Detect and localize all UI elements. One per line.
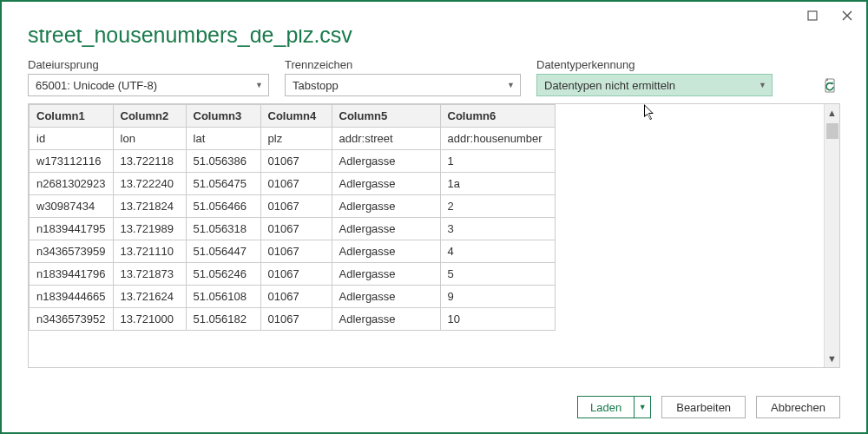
- maximize-button[interactable]: [800, 5, 825, 26]
- datatype-value: Datentypen nicht ermitteln: [544, 79, 675, 92]
- table-cell: n1839441796: [30, 263, 114, 286]
- table-cell: w173112116: [30, 150, 114, 173]
- table-cell: Adlergasse: [332, 308, 440, 331]
- table-cell: 13.721989: [113, 218, 186, 240]
- table-cell: 1: [440, 150, 555, 173]
- refresh-button[interactable]: [821, 76, 840, 96]
- table-cell: 3: [440, 218, 555, 240]
- table-row[interactable]: n183944466513.72162451.05610801067Adlerg…: [30, 286, 556, 308]
- table-cell: Adlergasse: [332, 218, 440, 240]
- table-cell: 01067: [260, 218, 332, 240]
- titlebar: [2, 2, 866, 30]
- table-row[interactable]: w3098743413.72182451.05646601067Adlergas…: [30, 195, 556, 218]
- column-header[interactable]: Column4: [260, 105, 332, 128]
- load-split-button: Laden ▼: [577, 396, 651, 418]
- edit-button[interactable]: Bearbeiten: [661, 396, 746, 418]
- table-cell: Adlergasse: [332, 263, 440, 286]
- table-cell: 01067: [260, 308, 332, 331]
- scroll-down-button[interactable]: ▼: [825, 350, 839, 367]
- table-cell: 01067: [260, 263, 332, 286]
- table-row[interactable]: n268130292313.72224051.05647501067Adlerg…: [30, 173, 556, 195]
- table-cell: 10: [440, 308, 555, 331]
- datatype-label: Datentyperkennung: [536, 58, 773, 71]
- table-cell: 01067: [260, 173, 332, 195]
- table-cell: id: [30, 128, 114, 150]
- table-cell: n3436573959: [30, 240, 114, 263]
- control-datatype: Datentyperkennung Datentypen nicht ermit…: [536, 58, 773, 96]
- table-row[interactable]: w17311211613.72211851.05638601067Adlerga…: [30, 150, 556, 173]
- chevron-down-icon: ▼: [255, 81, 263, 89]
- table-cell: 51.056246: [186, 263, 260, 286]
- table-cell: n1839444665: [30, 286, 114, 308]
- table-cell: lon: [113, 128, 186, 150]
- column-header[interactable]: Column2: [113, 105, 186, 128]
- table-cell: lat: [186, 128, 260, 150]
- table-cell: 13.721110: [113, 240, 186, 263]
- delimiter-dropdown[interactable]: Tabstopp ▼: [285, 74, 521, 96]
- table-cell: 13.721624: [113, 286, 186, 308]
- scroll-track[interactable]: [825, 122, 839, 350]
- column-header[interactable]: Column6: [440, 105, 555, 128]
- table-cell: 51.056108: [186, 286, 260, 308]
- scrollbar[interactable]: ▲ ▼: [824, 104, 839, 367]
- svg-rect-0: [808, 11, 817, 20]
- table-cell: 51.056318: [186, 218, 260, 240]
- column-header[interactable]: Column3: [186, 105, 260, 128]
- table-cell: 2: [440, 195, 555, 218]
- table-cell: Adlergasse: [332, 150, 440, 173]
- table-cell: 51.056475: [186, 173, 260, 195]
- table-row[interactable]: n343657395213.72100051.05618201067Adlerg…: [30, 308, 556, 331]
- table-cell: 51.056182: [186, 308, 260, 331]
- table-cell: n1839441795: [30, 218, 114, 240]
- table-cell: 13.722118: [113, 150, 186, 173]
- table-cell: 13.721000: [113, 308, 186, 331]
- file-title: street_housenumbers_de_plz.csv: [28, 30, 840, 48]
- table-cell: 13.721824: [113, 195, 186, 218]
- cancel-button[interactable]: Abbrechen: [756, 396, 840, 418]
- datatype-dropdown[interactable]: Datentypen nicht ermitteln ▼: [536, 74, 773, 96]
- chevron-down-icon: ▼: [507, 81, 515, 89]
- footer: Laden ▼ Bearbeiten Abbrechen: [2, 382, 866, 432]
- table-cell: 51.056386: [186, 150, 260, 173]
- table-cell: Adlergasse: [332, 286, 440, 308]
- import-dialog: street_housenumbers_de_plz.csv Dateiursp…: [0, 0, 868, 434]
- table-cell: 4: [440, 240, 555, 263]
- table-cell: Adlergasse: [332, 173, 440, 195]
- controls-row: Dateiursprung 65001: Unicode (UTF-8) ▼ T…: [28, 58, 840, 96]
- table-cell: n3436573952: [30, 308, 114, 331]
- table-cell: plz: [260, 128, 332, 150]
- table-cell: 01067: [260, 195, 332, 218]
- control-origin: Dateiursprung 65001: Unicode (UTF-8) ▼: [28, 58, 269, 96]
- load-dropdown-button[interactable]: ▼: [635, 397, 650, 418]
- table-cell: 5: [440, 263, 555, 286]
- table-cell: 01067: [260, 286, 332, 308]
- origin-value: 65001: Unicode (UTF-8): [36, 79, 157, 92]
- table-row[interactable]: n343657395913.72111051.05644701067Adlerg…: [30, 240, 556, 263]
- table-cell: addr:street: [332, 128, 440, 150]
- table-cell: 51.056447: [186, 240, 260, 263]
- delimiter-value: Tabstopp: [293, 79, 339, 92]
- table-cell: 13.722240: [113, 173, 186, 195]
- table-cell: 13.721873: [113, 263, 186, 286]
- table-header-row: Column1 Column2 Column3 Column4 Column5 …: [30, 105, 556, 128]
- chevron-down-icon: ▼: [759, 81, 766, 89]
- table-cell: 1a: [440, 173, 555, 195]
- table-cell: Adlergasse: [332, 240, 440, 263]
- load-button[interactable]: Laden: [578, 397, 635, 418]
- table-cell: 01067: [260, 150, 332, 173]
- table-cell: 9: [440, 286, 555, 308]
- table-cell: w30987434: [30, 195, 114, 218]
- preview-table-container: Column1 Column2 Column3 Column4 Column5 …: [28, 103, 840, 368]
- table-cell: 51.056466: [186, 195, 260, 218]
- scroll-up-button[interactable]: ▲: [825, 104, 839, 122]
- close-button[interactable]: [835, 5, 859, 26]
- preview-table: Column1 Column2 Column3 Column4 Column5 …: [29, 104, 556, 331]
- column-header[interactable]: Column5: [332, 105, 440, 128]
- table-row[interactable]: idlonlatplzaddr:streetaddr:housenumber: [30, 128, 556, 150]
- delimiter-label: Trennzeichen: [285, 58, 521, 71]
- column-header[interactable]: Column1: [30, 105, 114, 128]
- scroll-thumb[interactable]: [826, 123, 838, 139]
- table-row[interactable]: n183944179613.72187351.05624601067Adlerg…: [30, 263, 556, 286]
- origin-dropdown[interactable]: 65001: Unicode (UTF-8) ▼: [28, 74, 269, 96]
- table-row[interactable]: n183944179513.72198951.05631801067Adlerg…: [30, 218, 556, 240]
